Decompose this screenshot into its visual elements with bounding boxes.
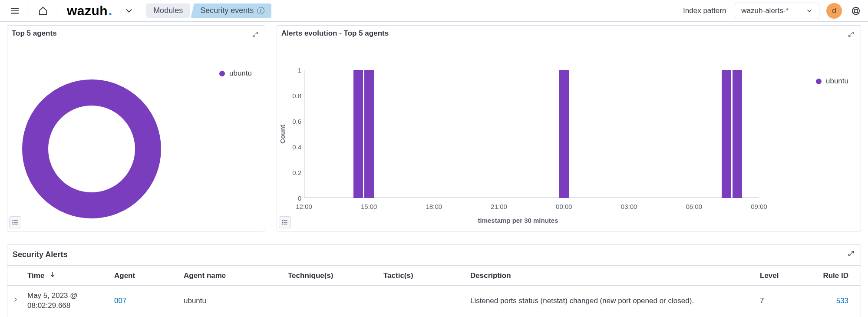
plot-area: 00.20.40.60.8112:0015:0018:0021:0000:000… <box>304 70 759 198</box>
logo-text: wazuh <box>67 3 108 18</box>
index-pattern-select[interactable]: wazuh-alerts-* <box>735 3 819 19</box>
y-tick: 0.4 <box>284 143 301 151</box>
donut-legend[interactable]: ubuntu <box>219 69 252 78</box>
col-level[interactable]: Level <box>756 266 813 286</box>
cell-tactics <box>380 286 467 316</box>
svg-line-17 <box>851 32 854 34</box>
expand-icon <box>848 31 855 38</box>
svg-line-8 <box>857 12 858 13</box>
x-tick: 06:00 <box>686 203 703 210</box>
list-icon <box>12 219 19 226</box>
cell-time: May 5, 2023 @08:02:29.668 <box>24 286 111 316</box>
col-description[interactable]: Description <box>467 266 756 286</box>
info-icon[interactable]: i <box>257 7 264 14</box>
divider <box>57 3 57 18</box>
bar[interactable] <box>722 70 731 198</box>
expand-icon <box>848 250 855 257</box>
cell-rule-id[interactable]: 533 <box>813 286 861 316</box>
avatar[interactable]: d <box>826 3 842 19</box>
x-tick: 00:00 <box>556 203 572 210</box>
bar[interactable] <box>353 70 363 198</box>
x-axis-label: timestamp per 30 minutes <box>277 217 759 224</box>
bar[interactable] <box>733 70 742 198</box>
cell-agent[interactable]: 007 <box>111 286 180 316</box>
breadcrumb-security-events[interactable]: Security events i <box>191 3 271 18</box>
legend-label: ubuntu <box>826 77 848 86</box>
panels-row: Top 5 agents ubuntu Alerts evolution - T… <box>0 22 868 231</box>
table-row: May 5, 2023 @08:02:29.668007ubuntuListen… <box>7 286 861 316</box>
chevron-down-icon <box>806 7 813 14</box>
cell-level: 7 <box>756 286 813 316</box>
cell-description: Listened ports status (netstat) changed … <box>467 286 756 316</box>
x-tick: 18:00 <box>426 203 442 210</box>
x-tick: 12:00 <box>296 203 312 210</box>
list-icon <box>281 219 288 226</box>
panel-alerts-evolution: Alerts evolution - Top 5 agents Count ub… <box>277 25 861 231</box>
index-pattern-label: Index pattern <box>683 7 726 15</box>
donut-ring <box>22 79 161 218</box>
svg-point-14 <box>13 220 13 221</box>
panel-title: Top 5 agents <box>7 26 265 38</box>
home-icon <box>38 6 48 16</box>
sort-desc-icon <box>49 271 56 280</box>
divider <box>29 3 29 18</box>
hamburger-icon <box>10 6 20 16</box>
index-pattern-value: wazuh-alerts-* <box>741 7 789 15</box>
legend-swatch <box>816 79 822 84</box>
wazuh-logo[interactable]: wazuh. <box>67 3 112 18</box>
svg-point-22 <box>282 220 283 221</box>
panel-top5-agents: Top 5 agents ubuntu <box>7 25 265 231</box>
app-switcher[interactable] <box>122 4 136 18</box>
home-button[interactable] <box>36 4 50 18</box>
col-rule-id[interactable]: Rule ID <box>813 266 861 286</box>
donut-chart[interactable]: ubuntu <box>7 38 265 230</box>
top-bar: wazuh. Modules Security events i Index p… <box>0 0 868 22</box>
svg-point-15 <box>13 222 13 222</box>
svg-line-10 <box>253 35 255 37</box>
svg-line-9 <box>256 32 258 34</box>
col-tactics[interactable]: Tactic(s) <box>380 266 467 286</box>
legend-label: ubuntu <box>229 69 252 78</box>
x-tick: 09:00 <box>751 203 767 210</box>
breadcrumb-modules-label: Modules <box>153 6 183 15</box>
bar[interactable] <box>364 70 374 198</box>
legend-swatch <box>219 71 225 76</box>
bar[interactable] <box>559 70 569 198</box>
y-tick: 0.2 <box>284 169 301 176</box>
legend-toggle-button[interactable] <box>279 216 291 228</box>
col-time[interactable]: Time <box>24 266 111 286</box>
svg-line-18 <box>849 35 851 37</box>
alerts-title: Security Alerts <box>7 250 861 265</box>
breadcrumb-current-label: Security events <box>200 6 254 15</box>
x-tick: 03:00 <box>621 203 637 210</box>
bar-legend[interactable]: ubuntu <box>816 77 848 86</box>
panel-expand-button[interactable] <box>844 247 858 261</box>
y-tick: 1 <box>284 66 301 74</box>
cell-agent-name: ubuntu <box>180 286 284 316</box>
y-tick: 0.8 <box>284 92 301 99</box>
avatar-letter: d <box>832 7 836 15</box>
help-button[interactable] <box>849 4 863 18</box>
svg-line-25 <box>851 251 854 254</box>
row-expand-button[interactable] <box>7 286 24 316</box>
panel-security-alerts: Security Alerts Time Agent Agent name Te… <box>7 244 861 317</box>
alerts-table: Time Agent Agent name Technique(s) Tacti… <box>7 265 861 316</box>
bar-chart[interactable]: Count ubuntu 00.20.40.60.8112:0015:0018:… <box>277 38 861 230</box>
col-agent[interactable]: Agent <box>111 266 180 286</box>
col-expand <box>7 266 24 286</box>
legend-toggle-button[interactable] <box>9 216 21 228</box>
svg-line-5 <box>853 8 855 10</box>
y-tick: 0 <box>284 195 301 202</box>
x-tick: 21:00 <box>491 203 507 210</box>
svg-line-6 <box>857 8 858 10</box>
y-axis-label: Count <box>279 125 286 143</box>
breadcrumb-modules[interactable]: Modules <box>146 3 190 18</box>
chevron-right-icon <box>12 296 19 303</box>
menu-button[interactable] <box>8 4 22 18</box>
col-techniques[interactable]: Technique(s) <box>284 266 380 286</box>
svg-line-7 <box>853 12 855 13</box>
svg-point-24 <box>282 224 283 224</box>
col-agent-name[interactable]: Agent name <box>180 266 284 286</box>
svg-line-26 <box>849 254 851 256</box>
svg-point-16 <box>13 224 13 224</box>
